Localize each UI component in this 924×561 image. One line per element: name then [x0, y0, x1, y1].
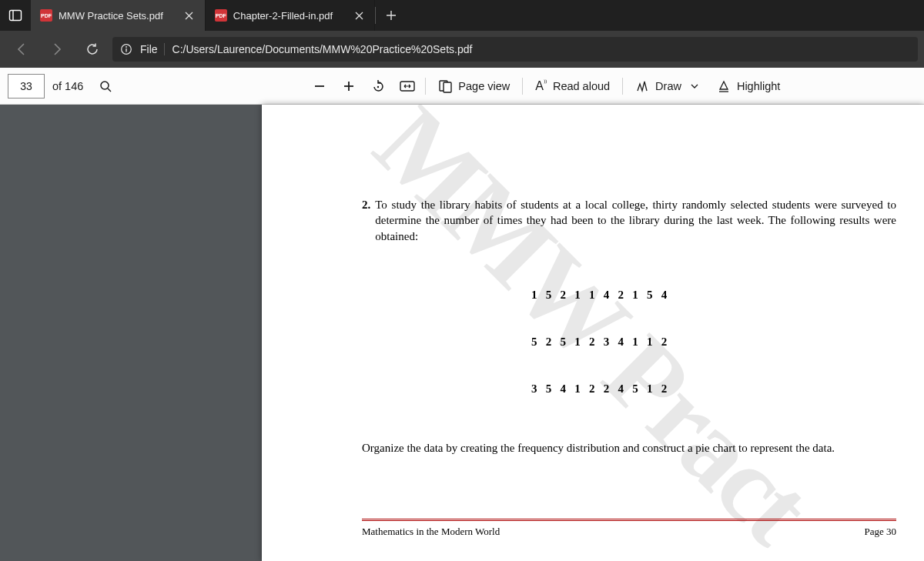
back-button[interactable] [6, 34, 37, 65]
svg-rect-0 [10, 11, 22, 21]
highlight-button[interactable]: Highlight [708, 68, 789, 105]
address-bar: File C:/Users/Laurence/Documents/MMW%20P… [0, 31, 924, 68]
tab-chapter-2[interactable]: PDF Chapter-2-Filled-in.pdf [206, 0, 375, 31]
page-view-icon [438, 79, 452, 93]
highlight-icon [717, 79, 731, 93]
footer-rule [362, 519, 896, 521]
close-icon[interactable] [182, 8, 197, 23]
tab-label: Chapter-2-Filled-in.pdf [233, 10, 333, 22]
question-text: To study the library habits of students … [375, 197, 896, 244]
url-box[interactable]: File C:/Users/Laurence/Documents/MMW%20P… [112, 37, 918, 62]
question-number: 2. [362, 197, 370, 244]
footer-right: Page 30 [864, 526, 896, 538]
read-aloud-button[interactable]: A⁾⁾ Read aloud [526, 68, 619, 105]
page-body: 2. To study the library habits of studen… [362, 197, 896, 456]
data-row: 5 2 5 1 2 3 4 1 1 2 [531, 334, 896, 349]
data-row: 3 5 4 1 2 2 4 5 1 2 [531, 381, 896, 396]
footer-left: Mathematics in the Modern World [362, 526, 500, 538]
svg-point-5 [101, 82, 109, 89]
pdf-viewport[interactable]: MMW Pract 2. To study the library habits… [0, 105, 924, 561]
divider [522, 78, 523, 95]
svg-rect-4 [126, 48, 126, 52]
svg-line-6 [108, 88, 111, 92]
tab-mmw-practice[interactable]: PDF MMW Practice Sets.pdf [31, 0, 206, 31]
chevron-down-icon [691, 82, 698, 90]
divider [622, 78, 623, 95]
page-footer: Mathematics in the Modern World Page 30 [362, 526, 896, 538]
tab-label: MMW Practice Sets.pdf [59, 10, 163, 22]
page-total-label: of 146 [52, 80, 83, 92]
search-icon[interactable] [91, 68, 120, 105]
data-table: 1 5 2 1 1 4 2 1 5 4 5 2 5 1 2 3 4 1 1 2 … [531, 256, 896, 428]
forward-button[interactable] [42, 34, 72, 65]
pdf-icon: PDF [215, 9, 227, 22]
pdf-icon: PDF [40, 9, 52, 22]
instruction-text: Organize the data by creating the freque… [362, 440, 896, 456]
draw-icon [635, 79, 649, 93]
file-label: File [140, 43, 165, 55]
divider [425, 78, 426, 95]
page-view-button[interactable]: Page view [429, 68, 519, 105]
refresh-button[interactable] [77, 34, 108, 65]
pdf-toolbar: 33 of 146 Page view A⁾⁾ Read aloud Draw … [0, 68, 924, 105]
read-aloud-icon: A⁾⁾ [535, 78, 547, 93]
close-icon[interactable] [351, 8, 367, 23]
titlebar: PDF MMW Practice Sets.pdf PDF Chapter-2-… [0, 0, 924, 31]
zoom-out-icon[interactable] [305, 68, 334, 105]
fit-width-icon[interactable] [393, 68, 422, 105]
url-text: C:/Users/Laurence/Documents/MMW%20Practi… [172, 43, 473, 55]
svg-point-10 [377, 85, 379, 87]
page-number-input[interactable]: 33 [8, 74, 45, 99]
draw-button[interactable]: Draw [626, 68, 708, 105]
svg-point-3 [126, 46, 127, 48]
zoom-in-icon[interactable] [334, 68, 363, 105]
info-icon [120, 43, 132, 55]
rotate-icon[interactable] [363, 68, 393, 105]
sidebar-toggle-icon[interactable] [0, 0, 31, 31]
new-tab-button[interactable] [376, 0, 407, 31]
data-row: 1 5 2 1 1 4 2 1 5 4 [531, 287, 896, 302]
svg-rect-13 [444, 82, 451, 92]
pdf-page: MMW Pract 2. To study the library habits… [262, 105, 924, 561]
